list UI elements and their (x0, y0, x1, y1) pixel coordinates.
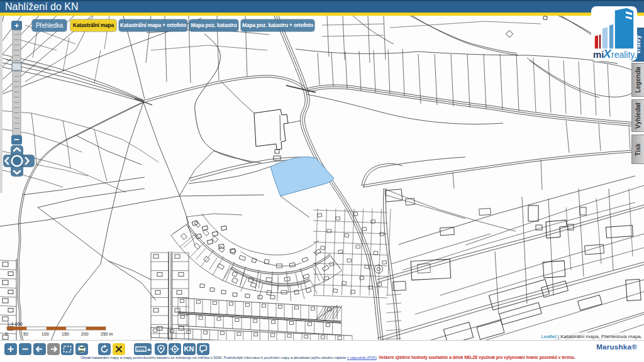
svg-text:X: X (602, 47, 612, 60)
svg-text:+: + (14, 21, 19, 30)
svg-text:reality.: reality. (611, 50, 636, 60)
svg-text:mi: mi (593, 49, 604, 60)
